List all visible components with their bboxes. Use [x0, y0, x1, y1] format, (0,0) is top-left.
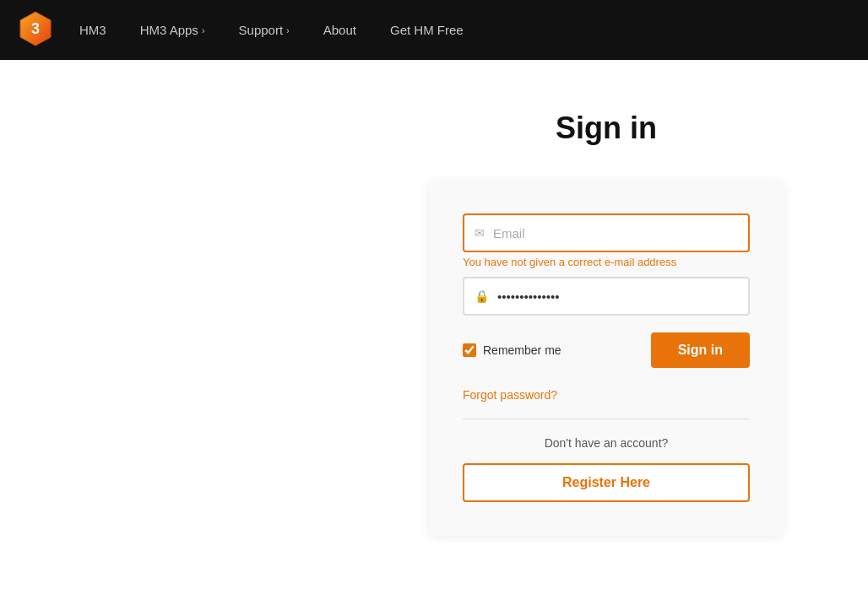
email-input[interactable]	[493, 226, 738, 240]
nav-links: HM3 HM3 Apps › Support › About Get HM Fr…	[79, 23, 464, 37]
nav-item-get-hm-free[interactable]: Get HM Free	[390, 23, 464, 37]
forgot-password-link[interactable]: Forgot password?	[463, 388, 750, 402]
email-field-group: ✉ You have not given a correct e-mail ad…	[463, 213, 750, 268]
email-input-wrapper: ✉	[463, 213, 750, 252]
password-field-group: 🔒	[463, 277, 750, 316]
right-panel: Sign in ✉ You have not given a correct e…	[429, 111, 784, 571]
email-error-message: You have not given a correct e-mail addr…	[463, 256, 750, 268]
signin-form-card: ✉ You have not given a correct e-mail ad…	[429, 180, 784, 536]
remember-signin-row: Remember me Sign in	[463, 332, 750, 368]
nav-item-hm3-apps[interactable]: HM3 Apps ›	[140, 23, 205, 37]
svg-text:3: 3	[31, 20, 40, 37]
no-account-text: Don't have an account?	[463, 436, 750, 450]
divider	[463, 419, 750, 419]
email-icon: ✉	[475, 226, 485, 240]
password-input[interactable]	[497, 289, 738, 304]
nav-item-hm3[interactable]: HM3	[79, 23, 106, 37]
hm3-apps-chevron-icon: ›	[202, 25, 205, 35]
support-chevron-icon: ›	[286, 25, 290, 35]
register-button[interactable]: Register Here	[463, 463, 750, 502]
signin-button[interactable]: Sign in	[651, 332, 750, 368]
brand-logo[interactable]: 3	[17, 10, 79, 51]
lock-icon: 🔒	[475, 289, 489, 303]
navbar: 3 HM3 HM3 Apps › Support › About	[0, 0, 868, 60]
page-title: Sign in	[429, 111, 784, 146]
password-input-wrapper: 🔒	[463, 277, 750, 316]
nav-item-support[interactable]: Support ›	[239, 23, 290, 37]
remember-me-checkbox[interactable]	[463, 343, 476, 357]
nav-item-about[interactable]: About	[323, 23, 356, 37]
main-content: Sign in ✉ You have not given a correct e…	[0, 60, 868, 605]
remember-me-label[interactable]: Remember me	[463, 343, 561, 357]
